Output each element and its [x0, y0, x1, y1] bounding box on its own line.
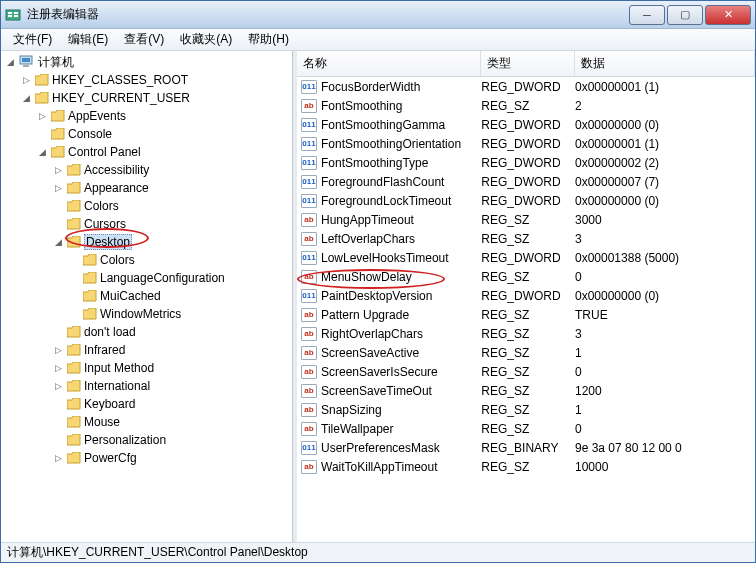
- value-data: 1: [575, 403, 755, 417]
- tree-label: Cursors: [84, 217, 126, 231]
- value-binary-icon: 011: [301, 118, 317, 132]
- list-row[interactable]: 011PaintDesktopVersionREG_DWORD0x0000000…: [297, 286, 755, 305]
- value-binary-icon: 011: [301, 251, 317, 265]
- tree-node-controlpanel[interactable]: ◢Control Panel: [37, 143, 290, 161]
- menu-file[interactable]: 文件(F): [5, 29, 60, 50]
- menu-favorites[interactable]: 收藏夹(A): [172, 29, 240, 50]
- tree-label: Keyboard: [84, 397, 135, 411]
- expand-icon[interactable]: ▷: [53, 345, 64, 356]
- list-row[interactable]: 011FontSmoothingTypeREG_DWORD0x00000002 …: [297, 153, 755, 172]
- list-row[interactable]: abScreenSaveActiveREG_SZ1: [297, 343, 755, 362]
- close-button[interactable]: ✕: [705, 5, 751, 25]
- tree-label: HKEY_CURRENT_USER: [52, 91, 190, 105]
- column-header-name[interactable]: 名称: [297, 51, 481, 76]
- values-list-pane[interactable]: 名称 类型 数据 011FocusBorderWidthREG_DWORD0x0…: [297, 51, 755, 542]
- list-row[interactable]: abPattern UpgradeREG_SZTRUE: [297, 305, 755, 324]
- list-row[interactable]: abSnapSizingREG_SZ1: [297, 400, 755, 419]
- value-binary-icon: 011: [301, 289, 317, 303]
- expand-icon[interactable]: ▷: [53, 381, 64, 392]
- value-data: 9e 3a 07 80 12 00 0: [575, 441, 755, 455]
- value-string-icon: ab: [301, 403, 317, 417]
- tree-node-powercfg[interactable]: ▷PowerCfg: [53, 449, 290, 467]
- collapse-icon[interactable]: ◢: [53, 237, 64, 248]
- value-data: TRUE: [575, 308, 755, 322]
- tree-node-cursors[interactable]: ▷Cursors: [53, 215, 290, 233]
- tree-node-infrared[interactable]: ▷Infrared: [53, 341, 290, 359]
- value-name: ForegroundFlashCount: [321, 175, 444, 189]
- list-row[interactable]: abTileWallpaperREG_SZ0: [297, 419, 755, 438]
- tree-node-langconfig[interactable]: ▷LanguageConfiguration: [69, 269, 290, 287]
- value-string-icon: ab: [301, 99, 317, 113]
- maximize-button[interactable]: ▢: [667, 5, 703, 25]
- tree-node-international[interactable]: ▷International: [53, 377, 290, 395]
- tree-label: Control Panel: [68, 145, 141, 159]
- value-name: Pattern Upgrade: [321, 308, 409, 322]
- folder-icon: [35, 92, 49, 104]
- tree-node-colors[interactable]: ▷Colors: [53, 197, 290, 215]
- list-row[interactable]: abLeftOverlapCharsREG_SZ3: [297, 229, 755, 248]
- menu-edit[interactable]: 编辑(E): [60, 29, 116, 50]
- tree-pane[interactable]: ◢ 计算机 ▷HKEY_CLASSES_ROOT ◢HKEY_CURRENT_U…: [1, 51, 293, 542]
- value-data: 0: [575, 365, 755, 379]
- titlebar[interactable]: 注册表编辑器 ─ ▢ ✕: [1, 1, 755, 29]
- value-type: REG_DWORD: [481, 118, 575, 132]
- value-binary-icon: 011: [301, 441, 317, 455]
- value-type: REG_SZ: [481, 327, 575, 341]
- tree-node-appevents[interactable]: ▷AppEvents: [37, 107, 290, 125]
- value-name: RightOverlapChars: [321, 327, 423, 341]
- expand-icon[interactable]: ▷: [53, 183, 64, 194]
- expand-icon[interactable]: ▷: [37, 111, 48, 122]
- column-header-type[interactable]: 类型: [481, 51, 575, 76]
- tree-node-computer[interactable]: ◢ 计算机: [5, 53, 290, 71]
- tree-node-accessibility[interactable]: ▷Accessibility: [53, 161, 290, 179]
- tree-node-mouse[interactable]: ▷Mouse: [53, 413, 290, 431]
- list-row[interactable]: abMenuShowDelayREG_SZ0: [297, 267, 755, 286]
- tree-node-hkcr[interactable]: ▷HKEY_CLASSES_ROOT: [21, 71, 290, 89]
- menu-view[interactable]: 查看(V): [116, 29, 172, 50]
- list-row[interactable]: abHungAppTimeoutREG_SZ3000: [297, 210, 755, 229]
- tree-node-desktop-colors[interactable]: ▷Colors: [69, 251, 290, 269]
- expand-icon[interactable]: ▷: [53, 363, 64, 374]
- value-data: 1200: [575, 384, 755, 398]
- expand-icon[interactable]: ▷: [53, 165, 64, 176]
- collapse-icon[interactable]: ◢: [21, 93, 32, 104]
- menu-help[interactable]: 帮助(H): [240, 29, 297, 50]
- list-row[interactable]: 011ForegroundFlashCountREG_DWORD0x000000…: [297, 172, 755, 191]
- list-row[interactable]: abFontSmoothingREG_SZ2: [297, 96, 755, 115]
- list-row[interactable]: 011LowLevelHooksTimeoutREG_DWORD0x000013…: [297, 248, 755, 267]
- value-name: FontSmoothingOrientation: [321, 137, 461, 151]
- list-row[interactable]: 011ForegroundLockTimeoutREG_DWORD0x00000…: [297, 191, 755, 210]
- list-row[interactable]: abScreenSaverIsSecureREG_SZ0: [297, 362, 755, 381]
- list-row[interactable]: 011UserPreferencesMaskREG_BINARY9e 3a 07…: [297, 438, 755, 457]
- tree-node-appearance[interactable]: ▷Appearance: [53, 179, 290, 197]
- folder-icon: [67, 344, 81, 356]
- tree-node-muicached[interactable]: ▷MuiCached: [69, 287, 290, 305]
- list-row[interactable]: 011FontSmoothingGammaREG_DWORD0x00000000…: [297, 115, 755, 134]
- tree-node-dontload[interactable]: ▷don't load: [53, 323, 290, 341]
- tree-node-desktop[interactable]: ◢Desktop: [53, 233, 290, 251]
- list-row[interactable]: abRightOverlapCharsREG_SZ3: [297, 324, 755, 343]
- tree-node-inputmethod[interactable]: ▷Input Method: [53, 359, 290, 377]
- minimize-button[interactable]: ─: [629, 5, 665, 25]
- value-name: WaitToKillAppTimeout: [321, 460, 437, 474]
- list-row[interactable]: abWaitToKillAppTimeoutREG_SZ10000: [297, 457, 755, 476]
- folder-icon: [67, 416, 81, 428]
- tree-node-console[interactable]: ▷Console: [37, 125, 290, 143]
- tree-node-keyboard[interactable]: ▷Keyboard: [53, 395, 290, 413]
- collapse-icon[interactable]: ◢: [37, 147, 48, 158]
- list-row[interactable]: 011FocusBorderWidthREG_DWORD0x00000001 (…: [297, 77, 755, 96]
- value-string-icon: ab: [301, 232, 317, 246]
- collapse-icon[interactable]: ◢: [5, 57, 16, 68]
- expand-icon[interactable]: ▷: [53, 453, 64, 464]
- list-row[interactable]: abScreenSaveTimeOutREG_SZ1200: [297, 381, 755, 400]
- tree-node-personalization[interactable]: ▷Personalization: [53, 431, 290, 449]
- tree-label: Colors: [84, 199, 119, 213]
- tree-node-hkcu[interactable]: ◢HKEY_CURRENT_USER: [21, 89, 290, 107]
- svg-rect-7: [23, 65, 29, 67]
- folder-icon: [67, 218, 81, 230]
- tree-node-windowmetrics[interactable]: ▷WindowMetrics: [69, 305, 290, 323]
- expand-icon[interactable]: ▷: [21, 75, 32, 86]
- list-row[interactable]: 011FontSmoothingOrientationREG_DWORD0x00…: [297, 134, 755, 153]
- column-header-data[interactable]: 数据: [575, 51, 755, 76]
- folder-icon: [83, 254, 97, 266]
